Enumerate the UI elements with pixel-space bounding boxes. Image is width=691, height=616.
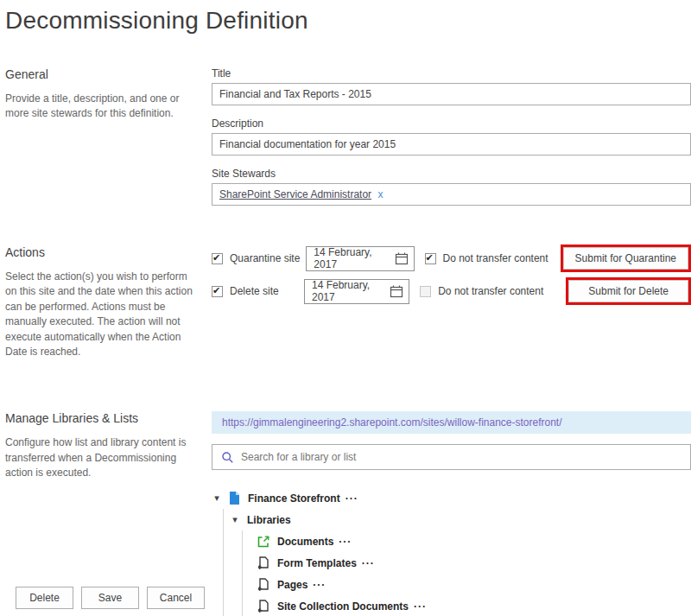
root-more-icon[interactable]: ···: [346, 492, 358, 505]
no-transfer-doc-icon: [257, 556, 270, 569]
save-button[interactable]: Save: [81, 587, 139, 609]
no-transfer-doc-icon: [257, 578, 270, 591]
site-url-bar: https://gimmalengineering2.sharepoint.co…: [212, 411, 691, 434]
actions-heading: Actions: [5, 245, 200, 259]
caret-down-icon[interactable]: ▾: [230, 514, 240, 525]
submit-for-delete-button[interactable]: Submit for Delete: [568, 280, 688, 302]
general-section: General Provide a title, description, an…: [0, 67, 691, 218]
steward-remove-icon[interactable]: x: [377, 188, 383, 200]
delete-callout-box: Submit for Delete: [566, 277, 691, 305]
submit-for-quarantine-button[interactable]: Submit for Quarantine: [563, 247, 688, 270]
site-url-link[interactable]: https://gimmalengineering2.sharepoint.co…: [222, 416, 562, 429]
site-doc-icon: [227, 492, 241, 505]
quarantine-site-label: Quarantine site: [230, 252, 306, 264]
transfer-content-icon: [257, 536, 270, 548]
site-collection-documents-more-icon[interactable]: ···: [414, 600, 427, 613]
delete-no-transfer-label: Do not transfer content: [438, 285, 543, 297]
steward-chip[interactable]: SharePoint Service Administrator: [219, 188, 371, 200]
pages-more-icon[interactable]: ···: [313, 579, 326, 591]
delete-action-row: Delete site 14 February, 2017 Do not tra…: [212, 278, 691, 304]
libraries-label[interactable]: Libraries: [247, 514, 291, 526]
delete-site-label: Delete site: [230, 285, 304, 297]
title-input[interactable]: [212, 83, 691, 105]
title-label: Title: [212, 67, 691, 79]
quarantine-action-row: Quarantine site 14 February, 2017 Do not…: [212, 245, 691, 271]
manage-section: Manage Libraries & Lists Configure how l…: [0, 411, 691, 616]
no-transfer-doc-icon: [257, 600, 270, 613]
form-templates-more-icon[interactable]: ···: [362, 557, 375, 569]
calendar-icon[interactable]: [390, 284, 403, 298]
quarantine-no-transfer-label: Do not transfer content: [443, 252, 548, 264]
description-label: Description: [212, 117, 691, 130]
documents-label[interactable]: Documents: [277, 536, 333, 548]
description-input[interactable]: [212, 133, 691, 156]
actions-section: Actions Select the action(s) you wish to…: [0, 245, 691, 359]
manage-heading: Manage Libraries & Lists: [5, 411, 200, 425]
page-title: Decommissioning Definition: [0, 0, 691, 35]
search-icon: [221, 451, 234, 464]
delete-button[interactable]: Delete: [16, 587, 73, 609]
delete-no-transfer-checkbox[interactable]: [420, 286, 431, 297]
general-heading: General: [5, 67, 200, 81]
library-search-box[interactable]: Search for a library or list: [212, 444, 691, 470]
footer-actions: Delete Save Cancel: [16, 587, 205, 609]
quarantine-no-transfer-checkbox[interactable]: [425, 253, 436, 264]
documents-more-icon[interactable]: ···: [339, 536, 352, 548]
pages-label[interactable]: Pages: [277, 579, 307, 591]
manage-description: Configure how list and library content i…: [5, 435, 200, 480]
actions-description: Select the action(s) you wish to perform…: [5, 270, 200, 359]
calendar-icon[interactable]: [395, 251, 409, 265]
general-description: Provide a title, description, and one or…: [5, 92, 200, 122]
cancel-button[interactable]: Cancel: [147, 587, 205, 609]
library-tree: ▾ Finance Storefront ··· ▾ Libraries: [212, 487, 691, 616]
caret-down-icon[interactable]: ▾: [212, 492, 222, 504]
search-placeholder: Search for a library or list: [241, 451, 356, 463]
quarantine-date-value: 14 February, 2017: [314, 246, 394, 270]
tree-root-label[interactable]: Finance Storefront: [248, 492, 340, 505]
delete-site-checkbox[interactable]: [212, 286, 223, 297]
quarantine-site-checkbox[interactable]: [212, 253, 223, 264]
tree-item-documents[interactable]: Documents ···: [257, 530, 691, 552]
site-collection-documents-label[interactable]: Site Collection Documents: [277, 600, 409, 613]
tree-item-pages[interactable]: Pages ···: [257, 574, 691, 595]
site-stewards-picker[interactable]: SharePoint Service Administrator x: [212, 183, 691, 206]
site-stewards-label: Site Stewards: [212, 168, 691, 180]
quarantine-callout-box: Submit for Quarantine: [561, 244, 691, 272]
tree-root-row[interactable]: ▾ Finance Storefront ···: [212, 487, 691, 509]
delete-date-value: 14 February, 2017: [312, 279, 390, 303]
form-templates-label[interactable]: Form Templates: [277, 557, 357, 569]
quarantine-date-field[interactable]: 14 February, 2017: [306, 246, 414, 271]
tree-group-libraries[interactable]: ▾ Libraries: [230, 509, 691, 530]
tree-item-site-collection-documents[interactable]: Site Collection Documents ···: [257, 595, 691, 616]
decommissioning-definition-page: Decommissioning Definition General Provi…: [0, 0, 691, 616]
tree-item-form-templates[interactable]: Form Templates ···: [257, 552, 691, 574]
delete-date-field[interactable]: 14 February, 2017: [304, 279, 409, 304]
